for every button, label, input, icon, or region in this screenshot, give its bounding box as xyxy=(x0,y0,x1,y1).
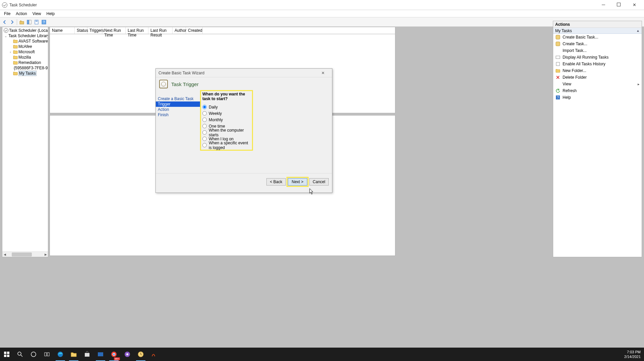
col-lastresult[interactable]: Last Run Result xyxy=(148,27,173,34)
task-list-header: Name Status Triggers Next Run Time Last … xyxy=(50,27,395,34)
dialog-titlebar[interactable]: Create Basic Task Wizard ✕ xyxy=(156,69,332,77)
system-clock[interactable]: 7:03 PM 2/14/2021 xyxy=(621,348,644,360)
action-help[interactable]: ?Help xyxy=(553,94,642,101)
task-scheduler-taskbar-icon[interactable] xyxy=(134,348,147,361)
svg-text:?: ? xyxy=(557,96,559,99)
menu-file[interactable]: File xyxy=(1,11,13,17)
show-hide-tree-button[interactable] xyxy=(26,19,33,25)
svg-rect-9 xyxy=(556,56,560,59)
action-create-task[interactable]: Create Task... xyxy=(553,41,642,47)
maximize-button[interactable] xyxy=(611,0,627,10)
tree-item-remediation[interactable]: Remediation xyxy=(2,60,48,65)
menu-view[interactable]: View xyxy=(30,11,44,17)
folder-icon xyxy=(13,55,18,59)
radio-one-time-input[interactable] xyxy=(202,124,207,128)
radio-computer-starts-input[interactable] xyxy=(202,130,207,135)
scroll-right-icon[interactable]: ▶ xyxy=(43,252,48,257)
trigger-highlight-box: When do you want the task to start? Dail… xyxy=(200,90,253,151)
dialog-title: Create Basic Task Wizard xyxy=(158,71,204,75)
radio-event-logged-input[interactable] xyxy=(202,143,207,147)
menu-help[interactable]: Help xyxy=(44,11,58,17)
minimize-button[interactable] xyxy=(596,0,611,10)
edge-icon[interactable] xyxy=(54,348,67,361)
cancel-button[interactable]: Cancel xyxy=(309,178,329,186)
radio-logon-input[interactable] xyxy=(202,137,207,141)
action-delete-folder[interactable]: Delete Folder xyxy=(553,74,642,81)
col-status[interactable]: Status xyxy=(75,27,87,34)
radio-weekly-input[interactable] xyxy=(202,111,207,116)
import-icon xyxy=(555,48,561,53)
col-author[interactable]: Author xyxy=(173,27,186,34)
up-level-button[interactable] xyxy=(18,19,25,25)
svg-rect-20 xyxy=(47,353,49,356)
radio-event-logged[interactable]: When a specific event is logged xyxy=(202,142,251,148)
tree-item-microsoft[interactable]: ›Microsoft xyxy=(2,49,48,55)
col-name[interactable]: Name xyxy=(50,27,75,34)
close-button[interactable]: ✕ xyxy=(627,0,642,10)
start-button[interactable] xyxy=(0,348,13,361)
action-import-task[interactable]: Import Task... xyxy=(553,47,642,54)
dialog-close-button[interactable]: ✕ xyxy=(317,69,329,77)
nav-forward-button[interactable] xyxy=(9,19,15,25)
next-button[interactable]: Next > xyxy=(288,178,307,186)
navigation-tree[interactable]: Task Scheduler (Local) ⌄ Task Scheduler … xyxy=(2,27,48,257)
task-view-button[interactable] xyxy=(40,348,54,361)
search-button[interactable] xyxy=(13,348,27,361)
tree-hscroll[interactable]: ◀ ▶ xyxy=(2,251,48,257)
tree-item-avast[interactable]: AVAST Software xyxy=(2,39,48,44)
svg-rect-7 xyxy=(556,35,560,39)
action-create-basic-task[interactable]: Create Basic Task... xyxy=(553,34,642,41)
expand-icon[interactable]: › xyxy=(8,50,12,54)
col-nextrun[interactable]: Next Run Time xyxy=(102,27,126,34)
help-button[interactable]: ? xyxy=(41,19,47,25)
action-view[interactable]: View xyxy=(553,81,642,87)
app-icon-2[interactable] xyxy=(147,348,161,361)
nav-back-button[interactable] xyxy=(1,19,8,25)
scroll-left-icon[interactable]: ◀ xyxy=(2,252,7,257)
properties-button[interactable] xyxy=(33,19,40,25)
tree-item-mcafee[interactable]: McAfee xyxy=(2,44,48,49)
radio-daily-input[interactable] xyxy=(202,105,207,109)
tree-item-mozilla[interactable]: Mozilla xyxy=(2,55,48,60)
folder-icon xyxy=(13,50,18,54)
app-icon-1[interactable] xyxy=(94,348,107,361)
radio-monthly[interactable]: Monthly xyxy=(202,117,251,123)
view-icon xyxy=(555,81,561,87)
action-refresh[interactable]: Refresh xyxy=(553,87,642,94)
back-button[interactable]: < Back xyxy=(266,178,286,186)
collapse-icon[interactable]: ▲ xyxy=(636,29,640,32)
radio-computer-starts[interactable]: When the computer starts xyxy=(202,129,251,136)
col-lastrun[interactable]: Last Run Time xyxy=(126,27,148,34)
col-created[interactable]: Created xyxy=(186,27,203,34)
folder-icon xyxy=(13,71,18,75)
file-explorer-icon[interactable] xyxy=(67,348,80,361)
scroll-thumb[interactable] xyxy=(12,252,32,257)
create-basic-task-wizard: Create Basic Task Wizard ✕ Task Trigger … xyxy=(155,68,332,193)
tree-library[interactable]: ⌄ Task Scheduler Library xyxy=(2,33,48,39)
action-display-running[interactable]: Display All Running Tasks xyxy=(553,54,642,61)
svg-rect-16 xyxy=(7,355,9,357)
taskbar[interactable]: 99+ 7:03 PM 2/14/2021 xyxy=(0,348,644,361)
radio-weekly[interactable]: Weekly xyxy=(202,110,251,117)
expand-icon[interactable]: ⌄ xyxy=(4,34,7,38)
step-create-basic-task[interactable]: Create a Basic Task xyxy=(156,96,200,101)
radio-daily[interactable]: Daily xyxy=(202,104,251,110)
step-finish[interactable]: Finish xyxy=(156,112,200,118)
tree-item-my-tasks[interactable]: My Tasks xyxy=(2,71,48,76)
tree-item-guid[interactable]: {595886F3-7FE8-966B- xyxy=(2,65,48,71)
action-enable-history[interactable]: Enable All Tasks History xyxy=(553,61,642,67)
svg-rect-14 xyxy=(7,352,9,354)
store-icon[interactable] xyxy=(80,348,94,361)
chrome-canary-icon[interactable] xyxy=(121,348,134,361)
chrome-icon[interactable]: 99+ xyxy=(107,348,121,361)
actions-category[interactable]: My Tasks ▲ xyxy=(553,28,642,34)
svg-rect-10 xyxy=(556,62,560,66)
step-trigger[interactable]: Trigger xyxy=(156,101,200,107)
step-action[interactable]: Action xyxy=(156,107,200,112)
menu-action[interactable]: Action xyxy=(13,11,29,17)
col-triggers[interactable]: Triggers xyxy=(87,27,102,34)
radio-monthly-input[interactable] xyxy=(202,118,207,122)
cortana-button[interactable] xyxy=(27,348,40,361)
action-new-folder[interactable]: New Folder... xyxy=(553,67,642,74)
tree-root[interactable]: Task Scheduler (Local) xyxy=(2,28,48,33)
